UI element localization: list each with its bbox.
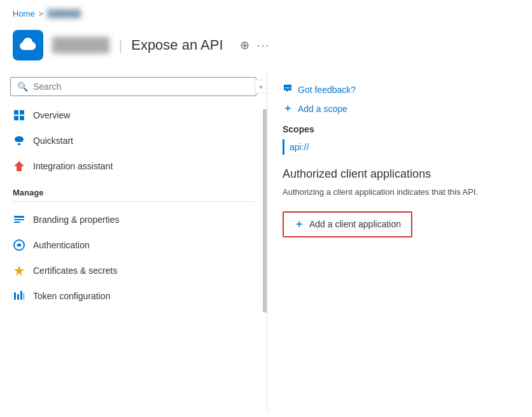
svg-rect-11 — [14, 292, 16, 300]
svg-rect-12 — [17, 294, 19, 300]
sidebar-item-authentication[interactable]: Authentication — [0, 232, 267, 258]
quickstart-icon — [13, 134, 25, 147]
svg-rect-2 — [14, 116, 18, 120]
svg-rect-13 — [20, 291, 22, 300]
header-actions: ⊕ ··· — [240, 38, 270, 52]
certificates-icon — [13, 264, 25, 277]
add-scope-icon: ＋ — [283, 102, 293, 115]
add-scope-link[interactable]: ＋ Add a scope — [283, 102, 517, 115]
app-name: CalPortal — [52, 37, 109, 53]
sidebar-item-integration[interactable]: Integration assistant — [0, 153, 267, 179]
add-client-button[interactable]: ＋ Add a client application — [283, 211, 412, 237]
breadcrumb-current: CalPortal — [47, 9, 81, 18]
main-layout: 🔍 « Overview — [0, 71, 532, 411]
scopes-section: Scopes api:// — [283, 124, 517, 155]
svg-rect-1 — [20, 110, 24, 115]
content-pane: Got feedback? ＋ Add a scope Scopes api:/… — [267, 71, 532, 411]
svg-rect-0 — [14, 110, 18, 115]
overview-icon — [13, 109, 25, 122]
search-input[interactable] — [33, 81, 249, 92]
feedback-icon — [283, 83, 293, 95]
add-client-label: Add a client application — [309, 219, 401, 229]
search-box: 🔍 — [10, 77, 256, 96]
branding-icon — [13, 213, 25, 226]
svg-rect-7 — [14, 216, 24, 218]
feedback-label: Got feedback? — [298, 85, 356, 95]
svg-rect-8 — [14, 219, 24, 220]
header-text: CalPortal | Expose an API — [52, 37, 223, 53]
breadcrumb-separator: > — [39, 10, 43, 18]
search-icon: 🔍 — [17, 81, 28, 92]
sidebar-item-quickstart[interactable]: Quickstart — [0, 128, 267, 153]
svg-rect-5 — [18, 143, 20, 145]
sidebar-label-quickstart: Quickstart — [33, 136, 73, 146]
scroll-thumb[interactable] — [263, 109, 267, 313]
sidebar-label-authentication: Authentication — [33, 240, 90, 250]
manage-divider — [13, 201, 254, 202]
scope-url[interactable]: api:// — [283, 139, 517, 155]
sidebar-item-certificates[interactable]: Certificates & secrets — [0, 258, 267, 283]
breadcrumb: Home > CalPortal — [0, 0, 532, 25]
collapse-button[interactable]: « — [255, 80, 267, 94]
sidebar-label-branding: Branding & properties — [33, 215, 119, 225]
svg-rect-9 — [14, 222, 20, 223]
scroll-track — [263, 109, 267, 411]
pin-icon[interactable]: ⊕ — [240, 38, 249, 52]
breadcrumb-home[interactable]: Home — [13, 9, 35, 18]
app-icon — [13, 30, 43, 60]
svg-point-17 — [289, 87, 290, 88]
svg-point-4 — [15, 136, 24, 143]
sidebar-label-integration: Integration assistant — [33, 161, 113, 171]
sidebar-item-overview[interactable]: Overview — [0, 102, 267, 128]
auth-clients-heading: Authorized client applications — [283, 167, 517, 181]
svg-rect-14 — [24, 293, 24, 300]
manage-section-label: Manage — [0, 179, 267, 201]
svg-rect-3 — [20, 116, 24, 120]
page-header: CalPortal | Expose an API ⊕ ··· — [0, 25, 532, 71]
integration-icon — [13, 160, 25, 173]
sidebar-label-token-config: Token configuration — [33, 291, 110, 301]
add-client-plus-icon: ＋ — [294, 218, 304, 231]
feedback-link[interactable]: Got feedback? — [283, 83, 517, 95]
svg-point-16 — [287, 87, 288, 88]
svg-marker-6 — [14, 161, 24, 171]
token-config-icon — [13, 290, 25, 302]
svg-point-15 — [285, 87, 286, 88]
auth-clients-desc: Authorizing a client application indicat… — [283, 186, 517, 199]
sidebar-label-certificates: Certificates & secrets — [33, 265, 117, 276]
sidebar-label-overview: Overview — [33, 110, 70, 120]
sidebar-item-branding[interactable]: Branding & properties — [0, 207, 267, 232]
page-title: Expose an API — [131, 37, 223, 53]
auth-clients-section: Authorized client applications Authorizi… — [283, 167, 517, 237]
more-icon[interactable]: ··· — [257, 39, 270, 52]
add-scope-label: Add a scope — [298, 104, 347, 114]
sidebar: 🔍 « Overview — [0, 71, 267, 411]
sidebar-item-token-config[interactable]: Token configuration — [0, 283, 267, 309]
auth-icon — [13, 239, 25, 251]
scopes-heading: Scopes — [283, 124, 517, 134]
